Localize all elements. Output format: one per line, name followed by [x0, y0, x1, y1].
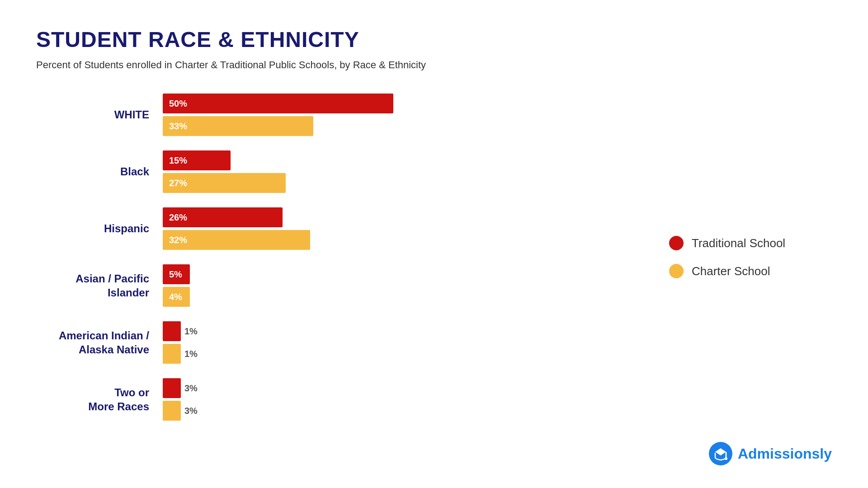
bar-traditional: 26% — [163, 207, 283, 227]
chart-main: WHITE50%33%Black15%27%Hispanic26%32%Asia… — [36, 94, 642, 421]
chart-row: American Indian / Alaska Native1%1% — [36, 321, 642, 364]
bar-label-charter: 4% — [169, 292, 182, 302]
bar-wrapper-traditional: 15% — [163, 150, 642, 170]
bars-group: 1%1% — [163, 321, 642, 364]
bar-label-traditional: 50% — [169, 99, 187, 109]
page-subtitle: Percent of Students enrolled in Charter … — [36, 59, 832, 71]
bar-traditional — [163, 378, 181, 398]
bar-wrapper-charter: 3% — [163, 401, 642, 421]
bar-traditional: 50% — [163, 94, 393, 113]
bar-wrapper-charter: 32% — [163, 230, 642, 250]
bar-charter: 27% — [163, 173, 286, 193]
bar-charter: 4% — [163, 287, 190, 307]
row-label: Hispanic — [36, 221, 163, 235]
legend-label-traditional: Traditional School — [692, 236, 785, 250]
logo-text: Admissionsly — [738, 446, 832, 462]
logo-area: Admissionsly — [709, 442, 832, 465]
bar-label-traditional: 15% — [169, 155, 187, 166]
bar-charter: 32% — [163, 230, 310, 250]
row-label: American Indian / Alaska Native — [36, 328, 163, 357]
row-label: Two or More Races — [36, 385, 163, 413]
bar-charter — [163, 401, 181, 421]
svg-point-2 — [725, 457, 727, 460]
legend: Traditional School Charter School — [642, 94, 832, 421]
bar-wrapper-traditional: 5% — [163, 264, 642, 284]
bar-wrapper-charter: 4% — [163, 287, 642, 307]
bar-charter: 33% — [163, 116, 313, 136]
page-title: STUDENT RACE & ETHNICITY — [36, 27, 832, 52]
legend-dot-charter — [669, 264, 684, 278]
bars-group: 50%33% — [163, 94, 642, 136]
row-label: Asian / Pacific Islander — [36, 272, 163, 300]
legend-item-charter: Charter School — [669, 264, 832, 278]
legend-dot-traditional — [669, 236, 684, 250]
bars-group: 26%32% — [163, 207, 642, 250]
chart-row: Hispanic26%32% — [36, 207, 642, 250]
bar-wrapper-traditional: 50% — [163, 94, 642, 113]
row-label: WHITE — [36, 108, 163, 122]
bars-group: 15%27% — [163, 150, 642, 193]
chart-area: WHITE50%33%Black15%27%Hispanic26%32%Asia… — [36, 94, 832, 421]
bar-label-traditional: 26% — [169, 212, 187, 223]
legend-item-traditional: Traditional School — [669, 236, 832, 250]
bar-label-outside-charter: 1% — [184, 349, 198, 359]
chart-row: Asian / Pacific Islander5%4% — [36, 264, 642, 307]
row-label: Black — [36, 164, 163, 178]
chart-row: WHITE50%33% — [36, 94, 642, 136]
bar-label-outside-traditional: 3% — [184, 383, 198, 394]
bar-traditional: 5% — [163, 264, 190, 284]
bar-wrapper-charter: 1% — [163, 344, 642, 364]
bar-wrapper-charter: 33% — [163, 116, 642, 136]
bar-label-outside-traditional: 1% — [184, 326, 198, 337]
bar-wrapper-traditional: 1% — [163, 321, 642, 341]
bars-group: 3%3% — [163, 378, 642, 421]
chart-row: Two or More Races3%3% — [36, 378, 642, 421]
bar-wrapper-traditional: 3% — [163, 378, 642, 398]
bar-label-charter: 32% — [169, 235, 187, 245]
bar-wrapper-traditional: 26% — [163, 207, 642, 227]
bar-label-charter: 27% — [169, 178, 187, 188]
bars-group: 5%4% — [163, 264, 642, 307]
legend-label-charter: Charter School — [692, 264, 770, 278]
bar-traditional — [163, 321, 181, 341]
bar-charter — [163, 344, 181, 364]
bar-label-traditional: 5% — [169, 269, 182, 280]
chart-row: Black15%27% — [36, 150, 642, 193]
page-container: STUDENT RACE & ETHNICITY Percent of Stud… — [0, 0, 868, 488]
logo-icon — [709, 442, 732, 465]
bar-wrapper-charter: 27% — [163, 173, 642, 193]
bar-label-charter: 33% — [169, 121, 187, 131]
bar-traditional: 15% — [163, 150, 231, 170]
bar-label-outside-charter: 3% — [184, 406, 198, 416]
